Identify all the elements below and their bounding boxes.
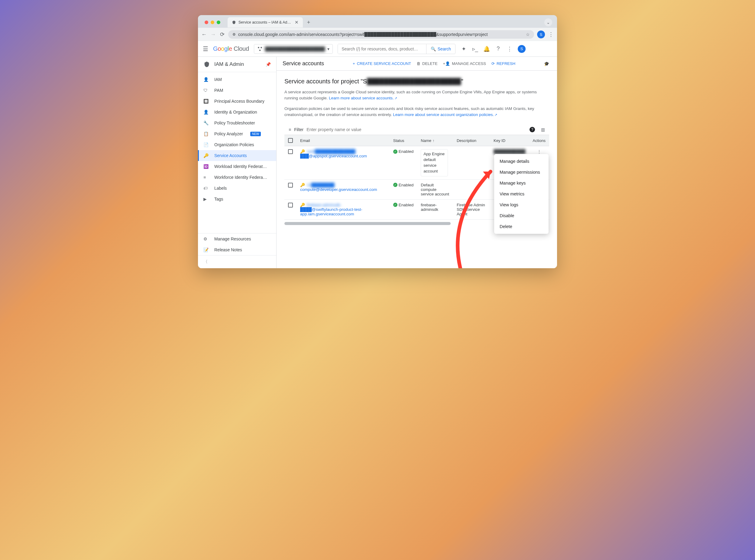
columns-icon[interactable]: ▥ <box>541 127 545 132</box>
sidebar-item[interactable]: 🔧Policy Troubleshooter <box>198 118 276 128</box>
search-button-label: Search <box>438 46 451 51</box>
manage-access-button[interactable]: +👤MANAGE ACCESS <box>443 61 486 66</box>
sidebar-item-label: Labels <box>214 186 227 191</box>
sidebar-item-label: Workload Identity Federat… <box>214 164 267 169</box>
browser-menu-icon[interactable]: ⋮ <box>548 31 554 38</box>
description-value <box>453 146 490 180</box>
learn-more-policies-link[interactable]: Learn more about service account organiz… <box>393 112 497 117</box>
sidebar-item[interactable]: 👤Identity & Organization <box>198 107 276 118</box>
col-description[interactable]: Description <box>453 135 490 146</box>
sidebar-item[interactable]: 👤IAM <box>198 74 276 85</box>
gemini-icon[interactable]: ✦ <box>460 46 467 52</box>
notifications-icon[interactable]: 🔔 <box>483 46 490 52</box>
sidebar-item[interactable]: 🏷Labels <box>198 183 276 194</box>
svg-point-1 <box>260 47 262 48</box>
refresh-button[interactable]: ⟳REFRESH <box>491 61 515 66</box>
maximize-window-button[interactable] <box>217 21 220 24</box>
pin-icon[interactable]: 📌 <box>266 62 271 67</box>
menu-item[interactable]: View logs <box>494 199 548 210</box>
email-link[interactable]: firebase-adminsdk-████@swiftylaunch-prod… <box>300 203 362 216</box>
name-value: Default compute service account <box>417 179 453 199</box>
search-input[interactable] <box>338 44 426 54</box>
account-icon: 🔑 <box>300 149 305 154</box>
close-tab-icon[interactable]: ✕ <box>295 20 298 25</box>
cloud-shell-icon[interactable]: ▹_ <box>472 46 479 52</box>
sidebar-item-label: Policy Troubleshooter <box>214 121 255 125</box>
sidebar-item-label: Manage Resources <box>214 237 251 241</box>
filter-help-icon[interactable]: ? <box>529 127 535 132</box>
new-tab-button[interactable]: + <box>306 18 312 27</box>
sidebar-item[interactable]: 🛡PAM <box>198 85 276 96</box>
col-name[interactable]: Name↑ <box>417 135 453 146</box>
menu-item[interactable]: Manage keys <box>494 178 548 188</box>
sidebar-item[interactable]: 📄Organization Policies <box>198 139 276 150</box>
email-link[interactable]: 10████████compute@developer.gserviceacco… <box>300 183 377 192</box>
sidebar-item[interactable]: 🔑Service Accounts <box>198 150 276 161</box>
col-name-label: Name <box>421 138 431 143</box>
bookmark-icon[interactable]: ☆ <box>526 32 530 37</box>
sidebar-item-label: Identity & Organization <box>214 109 257 115</box>
sidebar-item[interactable]: ▶Tags <box>198 194 276 204</box>
filter-input[interactable] <box>307 127 526 132</box>
account-avatar[interactable]: S <box>518 45 526 53</box>
minimize-window-button[interactable] <box>211 21 214 24</box>
reload-icon[interactable]: ⟳ <box>219 31 225 38</box>
row-checkbox[interactable] <box>288 149 293 154</box>
sidebar-item[interactable]: 🆔Workload Identity Federat… <box>198 161 276 172</box>
horizontal-scrollbar[interactable] <box>285 222 451 225</box>
row-checkbox[interactable] <box>288 203 293 207</box>
site-info-icon[interactable]: ⚙ <box>232 32 236 37</box>
url-bar: ← → ⟳ ⚙ console.cloud.google.com/iam-adm… <box>198 28 557 41</box>
google-cloud-logo[interactable]: Google Cloud <box>213 45 249 52</box>
email-link[interactable]: swift█████████████████@appspot.gservicea… <box>300 149 367 158</box>
sidebar: IAM & Admin 📌 👤IAM🛡PAM🔲Principal Access … <box>198 57 276 268</box>
menu-item[interactable]: Disable <box>494 210 548 221</box>
description-2: Organization policies can be used to sec… <box>285 106 549 118</box>
back-icon[interactable]: ← <box>201 32 207 38</box>
collapse-sidebar-icon[interactable]: 〈 <box>198 255 276 268</box>
col-status[interactable]: Status <box>390 135 418 146</box>
sidebar-item-label: Release Notes <box>214 247 242 252</box>
learn-icon[interactable]: 🎓 <box>544 61 551 66</box>
address-bar[interactable]: ⚙ console.cloud.google.com/iam-admin/ser… <box>228 30 534 39</box>
browser-tab[interactable]: Service accounts – IAM & Ad… ✕ <box>228 17 303 27</box>
menu-item[interactable]: Manage permissions <box>494 167 548 178</box>
page-title: Service accounts <box>283 60 324 67</box>
sidebar-item[interactable]: ⚙Manage Resources <box>198 234 276 244</box>
sidebar-item[interactable]: 📝Release Notes <box>198 244 276 255</box>
sidebar-item-icon: ⚙ <box>204 237 209 241</box>
menu-item[interactable]: Manage details <box>494 156 548 167</box>
refresh-label: REFRESH <box>497 61 515 66</box>
menu-item[interactable]: Delete <box>494 221 548 232</box>
sidebar-item-label: Workforce Identity Federa… <box>214 175 267 180</box>
close-window-button[interactable] <box>205 21 208 24</box>
name-value: App Engine default service account <box>417 146 453 180</box>
row-checkbox[interactable] <box>288 183 293 187</box>
menu-item[interactable]: View metrics <box>494 188 548 199</box>
col-actions[interactable]: Actions <box>529 135 549 146</box>
sidebar-item[interactable]: 📋Policy AnalyzerNEW <box>198 128 276 139</box>
search-button[interactable]: 🔍 Search <box>426 44 455 54</box>
sidebar-item[interactable]: ≡Workforce Identity Federa… <box>198 172 276 183</box>
more-icon[interactable]: ⋮ <box>506 46 513 52</box>
tabs-dropdown-icon[interactable]: ⌄ <box>544 18 552 26</box>
iam-admin-icon <box>204 61 210 68</box>
col-keyid[interactable]: Key ID <box>490 135 529 146</box>
col-email[interactable]: Email <box>296 135 390 146</box>
delete-button[interactable]: 🗑DELETE <box>417 61 438 66</box>
select-all-checkbox[interactable] <box>288 138 293 143</box>
project-selector[interactable]: ████████████████████ ▾ <box>254 44 333 54</box>
learn-more-accounts-link[interactable]: Learn more about service accounts.↗ <box>329 96 397 100</box>
sidebar-item-label: Principal Access Boundary <box>214 99 265 104</box>
description-1: A service account represents a Google Cl… <box>285 89 549 101</box>
delete-label: DELETE <box>422 61 438 66</box>
status-badge: Enabled <box>393 149 414 154</box>
sidebar-item-label: Tags <box>214 197 224 201</box>
profile-avatar[interactable]: S <box>537 31 545 38</box>
create-service-account-button[interactable]: +CREATE SERVICE ACCOUNT <box>353 61 411 66</box>
sidebar-header: IAM & Admin 📌 <box>198 57 276 72</box>
forward-icon[interactable]: → <box>210 32 216 38</box>
help-icon[interactable]: ? <box>495 46 501 52</box>
sidebar-item[interactable]: 🔲Principal Access Boundary <box>198 96 276 107</box>
menu-icon[interactable]: ☰ <box>203 45 208 53</box>
